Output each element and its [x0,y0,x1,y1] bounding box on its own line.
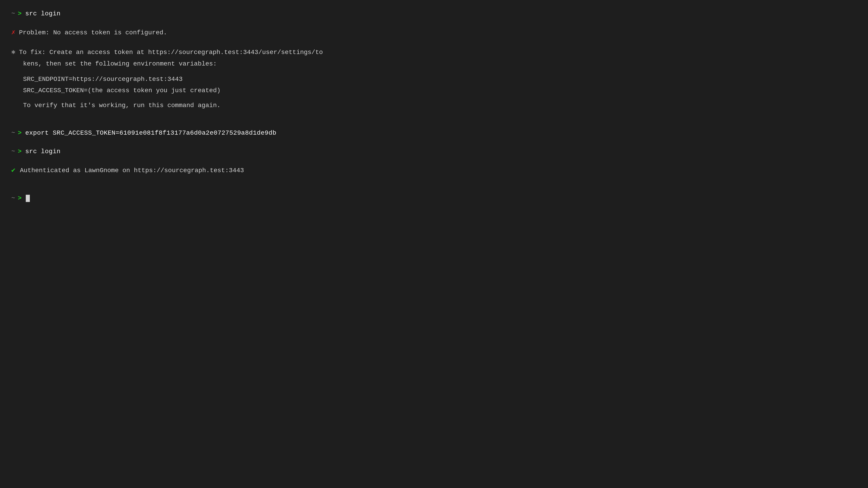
success-text: Authenticated as LawnGnome on https://so… [20,166,244,175]
error-icon: ✗ [11,28,16,38]
command-line-2: ~ > export SRC_ACCESS_TOKEN=61091e081f8f… [11,128,857,138]
env-line-2: SRC_ACCESS_TOKEN=(the access token you j… [23,85,857,96]
command-1: src login [25,9,61,19]
command-3: src login [25,147,61,156]
prompt-tilde-2: ~ [11,128,15,138]
prompt-chevron-final: > [18,194,22,203]
info-icon: ✱ [11,47,16,57]
spacer-2 [11,39,857,47]
prompt-tilde-3: ~ [11,147,15,156]
spacer-5 [11,139,857,147]
success-line: ✔ Authenticated as LawnGnome on https://… [11,165,857,175]
spacer-4 [11,120,857,128]
env-line-1: SRC_ENDPOINT=https://sourcegraph.test:34… [23,74,857,85]
verify-line: To verify that it's working, run this co… [23,101,857,110]
spacer-7 [11,175,857,184]
terminal-cursor[interactable] [26,195,30,202]
env-block: SRC_ENDPOINT=https://sourcegraph.test:34… [23,74,857,96]
spacer-8 [11,184,857,192]
error-line: ✗ Problem: No access token is configured… [11,28,857,38]
info-continuation: kens, then set the following environment… [23,59,857,69]
spacer-3 [11,112,857,120]
spacer-6 [11,157,857,165]
command-2: export SRC_ACCESS_TOKEN=61091e081f8f1317… [25,128,276,138]
error-text: Problem: No access token is configured. [19,28,167,37]
success-icon: ✔ [11,165,16,175]
info-text: To fix: Create an access token at https:… [19,47,323,58]
prompt-tilde-1: ~ [11,9,15,19]
prompt-chevron-2: > [18,128,22,138]
info-line: ✱ To fix: Create an access token at http… [11,47,857,58]
prompt-tilde-final: ~ [11,194,15,203]
command-line-1: ~ > src login [11,9,857,19]
command-line-3: ~ > src login [11,147,857,156]
prompt-chevron-1: > [18,9,22,19]
spacer-1 [11,20,857,28]
prompt-chevron-3: > [18,147,22,156]
final-prompt-line[interactable]: ~ > [11,194,857,203]
